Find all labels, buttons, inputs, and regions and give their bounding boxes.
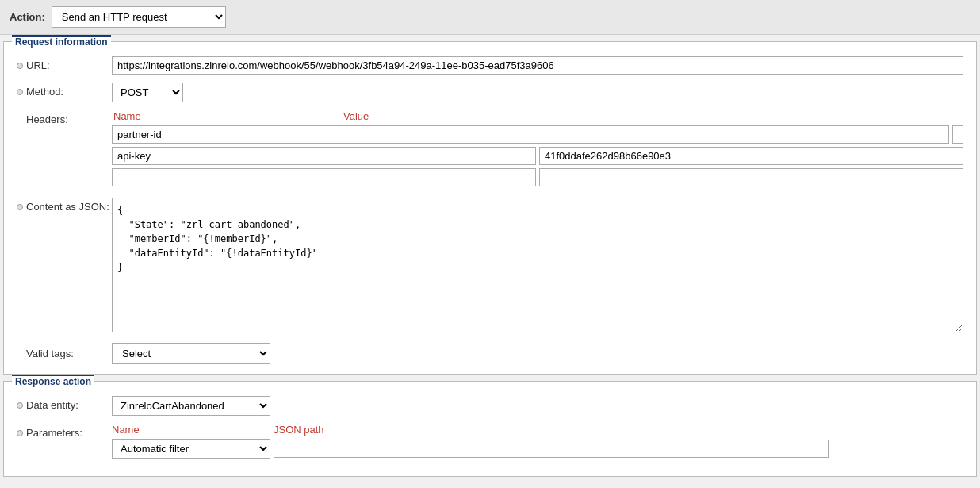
url-row: URL: bbox=[17, 56, 963, 75]
data-entity-select[interactable]: ZinreloCartAbandoned bbox=[112, 396, 270, 416]
parameters-row: Parameters: Name JSON path Automatic fil… bbox=[17, 424, 963, 459]
header-row-3 bbox=[112, 168, 963, 186]
params-name-select[interactable]: Automatic filter bbox=[112, 439, 270, 459]
action-select[interactable]: Send an HTTP request bbox=[52, 6, 226, 28]
params-path-col-label: JSON path bbox=[274, 424, 324, 436]
header-value-2[interactable] bbox=[539, 147, 963, 165]
url-dot bbox=[17, 63, 23, 69]
value-col-label: Value bbox=[342, 110, 369, 122]
data-entity-row: Data entity: ZinreloCartAbandoned bbox=[17, 396, 963, 416]
content-json-field: { "State": "zrl-cart-abandoned", "member… bbox=[112, 198, 963, 335]
header-name-3[interactable] bbox=[112, 168, 536, 186]
headers-row: Headers: Name Value bbox=[17, 110, 963, 190]
params-path-input[interactable] bbox=[274, 440, 829, 458]
content-json-label: Content as JSON: bbox=[17, 198, 112, 213]
request-section: Request information URL: Method: POST GE… bbox=[3, 41, 977, 375]
name-col-label: Name bbox=[112, 110, 342, 122]
params-row-1: Automatic filter bbox=[112, 439, 963, 459]
parameters-field: Name JSON path Automatic filter bbox=[112, 424, 963, 459]
valid-tags-label: Valid tags: bbox=[17, 348, 112, 359]
params-name-col-label: Name bbox=[112, 424, 270, 436]
header-row-1 bbox=[112, 125, 963, 144]
valid-tags-select[interactable]: Select bbox=[112, 343, 270, 364]
parameters-label: Parameters: bbox=[17, 424, 112, 439]
header-name-2[interactable] bbox=[112, 147, 536, 165]
url-input[interactable] bbox=[112, 56, 963, 75]
valid-tags-row: Valid tags: Select bbox=[17, 343, 963, 364]
top-bar: Action: Send an HTTP request bbox=[0, 0, 980, 35]
header-value-1[interactable] bbox=[952, 125, 963, 144]
params-header: Name JSON path bbox=[112, 424, 963, 436]
header-row-2 bbox=[112, 147, 963, 165]
method-select[interactable]: POST GET PUT DELETE bbox=[112, 83, 183, 102]
data-entity-field: ZinreloCartAbandoned bbox=[112, 396, 963, 416]
method-row: Method: POST GET PUT DELETE bbox=[17, 83, 963, 102]
method-field: POST GET PUT DELETE bbox=[112, 83, 963, 102]
content-dot bbox=[17, 204, 23, 210]
header-value-3[interactable] bbox=[539, 168, 963, 186]
headers-columns: Name Value bbox=[112, 110, 963, 122]
response-section-title: Response action bbox=[12, 375, 94, 387]
method-label: Method: bbox=[17, 83, 112, 98]
headers-field: Name Value bbox=[112, 110, 963, 190]
request-section-title: Request information bbox=[12, 35, 111, 48]
parameters-dot bbox=[17, 430, 23, 436]
data-entity-label: Data entity: bbox=[17, 396, 112, 411]
data-entity-dot bbox=[17, 402, 23, 409]
response-section: Response action Data entity: ZinreloCart… bbox=[3, 381, 977, 477]
url-field bbox=[112, 56, 963, 75]
method-dot bbox=[17, 89, 23, 95]
header-name-1[interactable] bbox=[112, 125, 949, 144]
content-json-row: Content as JSON: { "State": "zrl-cart-ab… bbox=[17, 198, 963, 335]
action-label: Action: bbox=[10, 11, 45, 23]
url-label: URL: bbox=[17, 56, 112, 71]
json-content-textarea[interactable]: { "State": "zrl-cart-abandoned", "member… bbox=[112, 198, 963, 332]
headers-label: Headers: bbox=[17, 110, 112, 125]
